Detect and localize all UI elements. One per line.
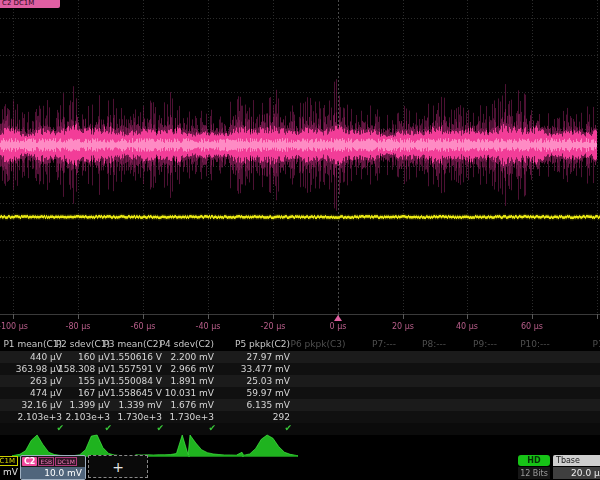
measurement-value: 59.97 mV <box>246 388 290 398</box>
measurement-value: 1.550616 V <box>110 352 162 362</box>
table-row: 363.98 µV158.308 µV1.557591 V2.966 mV33.… <box>0 363 600 375</box>
measurement-header[interactable]: P4 sdev(C2) <box>160 339 214 349</box>
timebase-label: 20 µs <box>392 322 414 331</box>
measurement-header-inactive[interactable]: P11 <box>593 339 600 349</box>
measurement-value: 1.676 mV <box>170 400 214 410</box>
timebase-title: Tbase <box>553 455 600 466</box>
hd-badge: HD <box>518 455 550 466</box>
table-row: 474 µV167 µV1.558645 V10.031 mV59.97 mV <box>0 387 600 399</box>
c1-volts-per-div: 50.0 mV <box>0 466 18 478</box>
measurement-value: 10.031 mV <box>165 388 214 398</box>
timebase-label: 0 µs <box>330 322 347 331</box>
measurement-value: 25.03 mV <box>246 376 290 386</box>
measurement-value: 1.558645 V <box>110 388 162 398</box>
table-row: 440 µV160 µV1.550616 V2.200 mV27.97 mV <box>0 351 600 363</box>
add-trace-button[interactable]: + <box>88 455 148 478</box>
measurement-value: 155 µV <box>78 376 110 386</box>
measurement-value: 1.550084 V <box>110 376 162 386</box>
c2-esb-badge: ESB <box>38 457 54 466</box>
timebase-label: -60 µs <box>131 322 156 331</box>
timebase-value: 20.0 µs/div <box>553 467 600 479</box>
timebase-label: 40 µs <box>456 322 478 331</box>
measurement-value: 160 µV <box>78 352 110 362</box>
measurement-value: 27.97 mV <box>246 352 290 362</box>
measurement-value: 1.339 mV <box>118 400 162 410</box>
table-row: 263 µV155 µV1.550084 V1.891 mV25.03 mV <box>0 375 600 387</box>
measurement-header[interactable]: P5 pkpk(C2) <box>235 339 290 349</box>
histicon[interactable] <box>134 433 190 457</box>
hd-bits-label: 12 Bits <box>518 467 550 479</box>
oscilloscope-screen: C2 DC1M -100 µs-80 µs-60 µs-40 µs-20 µs0… <box>0 0 600 480</box>
measurement-value: 32.16 µV <box>21 400 62 410</box>
measurement-value: 2.200 mV <box>170 352 214 362</box>
measurement-value: 1.730e+3 <box>117 412 162 422</box>
histicon[interactable] <box>72 433 128 457</box>
measurement-header-inactive[interactable]: P10:--- <box>520 339 550 349</box>
measurement-value: 167 µV <box>78 388 110 398</box>
c2-channel-badge: C2 <box>22 457 37 466</box>
timebase-label: -80 µs <box>66 322 91 331</box>
measurement-value: 440 µV <box>30 352 62 362</box>
timebase-label: 60 µs <box>521 322 543 331</box>
trigger-time-marker-icon[interactable] <box>334 315 342 321</box>
waveform-grid-display[interactable] <box>0 0 600 320</box>
trace-label-badge[interactable]: C2 DC1M <box>0 0 60 8</box>
descriptor-bar: DC1M 50.0 mV C2 ESB DC1M 10.0 mV + HD 12… <box>0 455 600 480</box>
measurement-value: 1.399 µV <box>69 400 110 410</box>
measurement-histicons <box>0 432 600 457</box>
measurement-header[interactable]: P1 mean(C1) <box>3 339 62 349</box>
measurement-header-inactive[interactable]: P8:--- <box>422 339 446 349</box>
channel-descriptor-c2[interactable]: C2 ESB DC1M 10.0 mV <box>20 455 86 480</box>
measurement-value: 1.557591 V <box>110 364 162 374</box>
timebase-label: -100 µs <box>0 322 28 331</box>
c1-coupling-badge: DC1M <box>0 456 18 466</box>
measurement-value: 2.103e+3 <box>17 412 62 422</box>
timebase-descriptor[interactable]: Tbase 20.0 µs/div <box>553 455 600 479</box>
table-row: 2.103e+32.103e+31.730e+31.730e+3292 <box>0 411 600 423</box>
measurement-header[interactable]: P2 sdev(C1) <box>56 339 110 349</box>
histicon[interactable] <box>188 433 244 457</box>
timebase-axis-labels: -100 µs-80 µs-60 µs-40 µs-20 µs0 µs20 µs… <box>0 322 600 334</box>
measurement-header-inactive[interactable]: P9:--- <box>473 339 497 349</box>
measurement-value: 33.477 mV <box>241 364 290 374</box>
measurement-header-inactive[interactable]: P6 pkpk(C3) <box>291 339 346 349</box>
channel-descriptor-c1[interactable]: DC1M 50.0 mV <box>0 455 18 478</box>
measurement-header[interactable]: P3 mean(C2) <box>103 339 162 349</box>
measurement-value: 474 µV <box>30 388 62 398</box>
measurement-value: 292 <box>273 412 290 422</box>
measurement-table: P1 mean(C1)P2 sdev(C1)P3 mean(C2)P4 sdev… <box>0 338 600 435</box>
histicon[interactable] <box>12 433 68 457</box>
c2-coupling-badge: DC1M <box>55 457 77 466</box>
measurement-value: 2.103e+3 <box>65 412 110 422</box>
measurement-value: 6.135 mV <box>246 400 290 410</box>
measurement-value: 1.891 mV <box>170 376 214 386</box>
c2-volts-per-div: 10.0 mV <box>21 467 85 479</box>
measurement-value: 2.966 mV <box>170 364 214 374</box>
timebase-label: -40 µs <box>196 322 221 331</box>
table-row: 32.16 µV1.399 µV1.339 mV1.676 mV6.135 mV <box>0 399 600 411</box>
hd-mode-indicator[interactable]: HD 12 Bits <box>518 455 550 479</box>
plus-icon: + <box>112 459 124 475</box>
measurement-value: 363.98 µV <box>16 364 62 374</box>
histicon[interactable] <box>242 433 298 457</box>
measurement-value: 1.730e+3 <box>169 412 214 422</box>
measurement-value: 158.308 µV <box>58 364 110 374</box>
table-header-row: P1 mean(C1)P2 sdev(C1)P3 mean(C2)P4 sdev… <box>0 338 600 351</box>
timebase-label: -20 µs <box>261 322 286 331</box>
measurement-header-inactive[interactable]: P7:--- <box>372 339 396 349</box>
measurement-value: 263 µV <box>30 376 62 386</box>
